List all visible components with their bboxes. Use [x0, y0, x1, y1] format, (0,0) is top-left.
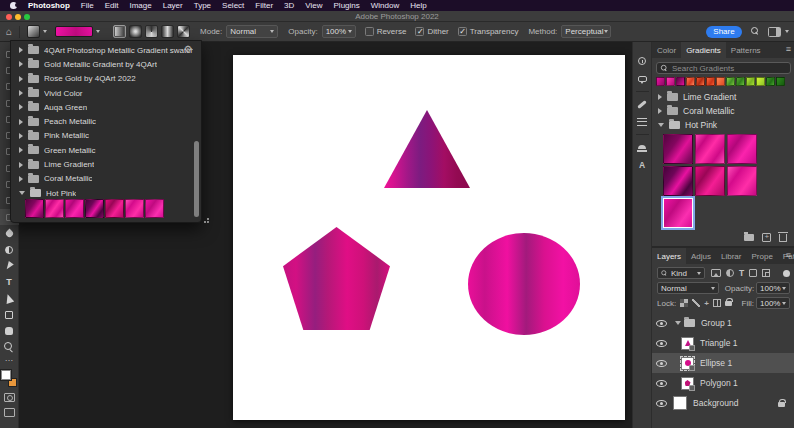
chevron-right-icon[interactable]	[19, 162, 23, 168]
eye-icon[interactable]	[656, 320, 667, 327]
chevron-right-icon[interactable]	[19, 104, 23, 110]
recent-gradient-swatch-8[interactable]	[726, 77, 735, 86]
screen-mode-button[interactable]	[4, 408, 15, 417]
tab-adjus[interactable]: Adjus	[686, 248, 716, 264]
chevron-right-icon[interactable]	[19, 90, 23, 96]
tab-patterns[interactable]: Patterns	[726, 42, 766, 58]
filter-pixel-layers-icon[interactable]	[711, 269, 721, 277]
hot-pink-grid-swatch-4[interactable]	[663, 166, 693, 196]
recent-gradient-swatch-7[interactable]	[716, 77, 725, 86]
chevron-right-icon[interactable]	[19, 76, 23, 82]
chevron-right-icon[interactable]	[658, 94, 662, 100]
panel-menu-icon[interactable]: ≡	[786, 44, 791, 54]
layer-thumbnail[interactable]	[681, 337, 694, 350]
menu-type[interactable]: Type	[194, 1, 211, 10]
recent-gradient-swatch-13[interactable]	[776, 77, 785, 86]
tab-layers[interactable]: Layers	[652, 248, 686, 264]
edit-toolbar-ellipsis[interactable]: …	[5, 356, 14, 368]
share-button[interactable]: Share	[706, 26, 742, 38]
foreground-background-swatches[interactable]	[1, 370, 17, 387]
home-icon[interactable]: ⌂	[6, 27, 12, 37]
history-panel-icon[interactable]	[633, 52, 652, 70]
gradient-swatch-hot-pink-1[interactable]	[25, 199, 44, 218]
preset-folder-auqa-green[interactable]: Auqa Green	[11, 100, 193, 114]
gradient-swatch-hot-pink-6[interactable]	[125, 199, 144, 218]
layer-row-background[interactable]: Background	[652, 393, 794, 413]
chevron-right-icon[interactable]	[658, 108, 662, 114]
menu-help[interactable]: Help	[410, 1, 426, 10]
search-icon[interactable]	[751, 27, 760, 36]
menu-edit[interactable]: Edit	[105, 1, 119, 10]
chevron-right-icon[interactable]	[19, 61, 23, 67]
menu-image[interactable]: Image	[129, 1, 151, 10]
foreground-color-swatch[interactable]	[1, 370, 11, 380]
gradient-group-lime-gradient[interactable]: Lime Gradient	[652, 90, 794, 104]
chevron-down-icon[interactable]	[19, 191, 25, 195]
preset-folder-peach-metallic[interactable]: Peach Metallic	[11, 114, 193, 128]
menu-layer[interactable]: Layer	[163, 1, 183, 10]
menu-window[interactable]: Window	[371, 1, 399, 10]
eye-icon[interactable]	[656, 400, 667, 407]
filter-shape-layers-icon[interactable]	[749, 269, 757, 277]
preset-folder-4qart-photoshop-metallic-gradient-swatches[interactable]: 4QArt Photoshop Metallic Gradient swatch…	[11, 43, 193, 57]
chevron-right-icon[interactable]	[19, 119, 23, 125]
hot-pink-grid-swatch-3[interactable]	[727, 134, 757, 164]
preset-folder-gold-metallic-gradient-by-4qart[interactable]: Gold Metallic Gradient by 4QArt	[11, 57, 193, 71]
gradient-type-reflected-button[interactable]	[161, 25, 174, 38]
filter-kind-select[interactable]: Kind	[657, 267, 705, 279]
comments-panel-icon[interactable]	[633, 70, 652, 88]
new-gradient-icon[interactable]	[762, 233, 771, 242]
type-tool[interactable]: T	[0, 274, 19, 290]
lock-position-icon[interactable]: +	[704, 299, 709, 308]
chevron-right-icon[interactable]	[19, 176, 23, 182]
preset-folder-vivid-color[interactable]: Vivid Color	[11, 86, 193, 100]
hot-pink-grid-swatch-5[interactable]	[695, 166, 725, 196]
filter-smart-objects-icon[interactable]	[762, 269, 770, 277]
layer-row-polygon-1[interactable]: Polygon 1	[652, 373, 794, 393]
gradient-type-diamond-button[interactable]	[177, 25, 190, 38]
gradient-type-linear-button[interactable]	[113, 25, 126, 38]
background-thumbnail[interactable]	[673, 396, 687, 410]
dodge-tool[interactable]	[0, 242, 19, 258]
gradient-swatch-hot-pink-4[interactable]	[85, 199, 104, 218]
dither-checkbox[interactable]	[415, 27, 424, 36]
hot-pink-grid-swatch-6[interactable]	[727, 166, 757, 196]
method-select[interactable]: Perceptual	[561, 25, 611, 38]
new-group-icon[interactable]	[744, 234, 754, 241]
recent-gradient-swatch-10[interactable]	[746, 77, 755, 86]
panel-resize-grip[interactable]	[204, 218, 209, 223]
menu-view[interactable]: View	[305, 1, 322, 10]
gradient-picker-chevron-icon[interactable]	[96, 30, 100, 33]
chevron-right-icon[interactable]	[19, 47, 23, 53]
lock-paint-icon[interactable]	[692, 299, 700, 307]
hot-pink-grid-swatch-7[interactable]	[663, 198, 693, 228]
layer-filtering-toggle[interactable]	[783, 270, 790, 277]
gear-icon[interactable]: ⚙	[184, 45, 192, 54]
triangle-shape[interactable]	[384, 110, 470, 188]
preset-folder-lime-gradient[interactable]: Lime Gradient	[11, 157, 193, 171]
rectangle-tool[interactable]	[0, 307, 19, 323]
pen-tool[interactable]	[0, 258, 19, 274]
recent-gradient-swatch-2[interactable]	[666, 77, 675, 86]
gradient-preview-button[interactable]	[55, 26, 93, 37]
eye-icon[interactable]	[656, 360, 667, 367]
mode-select[interactable]: Normal	[226, 25, 278, 38]
reverse-checkbox[interactable]	[365, 27, 374, 36]
menu-file[interactable]: File	[81, 1, 94, 10]
gradient-type-angle-button[interactable]	[145, 25, 158, 38]
layer-row-triangle-1[interactable]: Triangle 1	[652, 333, 794, 353]
tab-color[interactable]: Color	[652, 42, 681, 58]
ellipse-shape[interactable]	[468, 233, 580, 335]
filter-adjustment-layers-icon[interactable]	[726, 269, 734, 277]
chevron-down-icon[interactable]	[675, 321, 681, 325]
gradient-swatch-hot-pink-7[interactable]	[145, 199, 164, 218]
preset-folder-coral-metallic[interactable]: Coral Metallic	[11, 172, 193, 186]
tab-gradients[interactable]: Gradients	[681, 42, 726, 58]
eye-icon[interactable]	[656, 340, 667, 347]
workspace-switcher-icon[interactable]	[768, 27, 781, 37]
hot-pink-grid-swatch-2[interactable]	[695, 134, 725, 164]
menu-plugins[interactable]: Plugins	[334, 1, 360, 10]
menu-3d[interactable]: 3D	[284, 1, 294, 10]
gradient-type-radial-button[interactable]	[129, 25, 142, 38]
tab-prope[interactable]: Prope	[746, 248, 777, 264]
